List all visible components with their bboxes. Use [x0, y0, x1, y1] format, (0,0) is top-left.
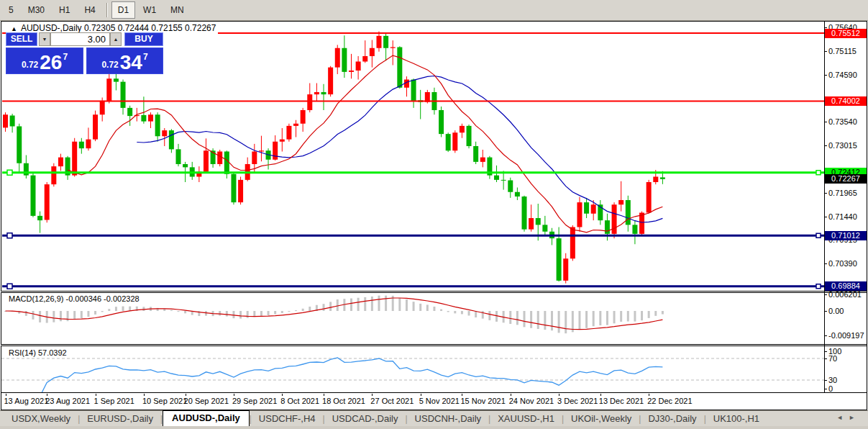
macd-histogram-bar — [268, 311, 270, 315]
buy-price-box[interactable]: 0.72347 — [86, 48, 163, 74]
macd-histogram-bar — [558, 311, 560, 333]
timeframe-button-w1[interactable]: W1 — [137, 1, 163, 19]
chart-tab-eurusd-daily[interactable]: EURUSD-,Daily — [80, 412, 160, 426]
candle-body — [439, 110, 444, 134]
level-marker-left[interactable] — [7, 284, 12, 289]
macd-histogram-bar — [419, 304, 421, 311]
level-marker-left[interactable] — [7, 233, 12, 238]
macd-histogram-bar — [426, 304, 429, 311]
candle-body — [17, 127, 22, 163]
candle-body — [626, 200, 631, 225]
chart-tab-dj30-daily[interactable]: DJ30-,Daily — [641, 412, 703, 426]
macd-histogram-bar — [398, 298, 401, 311]
price-tick-mark — [824, 217, 827, 217]
rsi-label: RSI(14) 57.0392 — [7, 348, 68, 357]
macd-histogram-bar — [537, 311, 539, 329]
candle-body — [238, 180, 243, 202]
level-marker-left[interactable] — [7, 170, 12, 175]
macd-histogram-bar — [129, 307, 131, 311]
buy-button[interactable]: BUY — [124, 32, 163, 46]
price-tick-label: 0.71965 — [828, 189, 857, 197]
chart-title-text: AUDUSD-,Daily 0.72305 0.72444 0.72155 0.… — [21, 23, 216, 33]
candle-body — [121, 82, 126, 108]
macd-histogram-bar — [662, 311, 664, 315]
volume-down-button[interactable]: ▼ — [39, 32, 50, 46]
macd-tick-label: -0.009197 — [828, 331, 864, 340]
collapse-icon[interactable]: ▲ — [11, 25, 17, 32]
macd-histogram-bar — [593, 311, 595, 326]
macd-histogram-bar — [302, 309, 304, 311]
sell-button[interactable]: SELL — [6, 32, 37, 46]
candle-body — [390, 48, 396, 48]
candle-body — [301, 110, 306, 124]
rsi-tick-mark — [824, 351, 827, 352]
candle-body — [397, 48, 402, 88]
candle-body — [653, 177, 658, 183]
candle-body — [176, 149, 181, 164]
macd-histogram-bar — [530, 311, 532, 328]
price-tick-mark — [824, 145, 827, 146]
date-tick-mark — [649, 394, 649, 396]
candle-body — [632, 225, 637, 234]
macd-histogram-bar — [73, 311, 76, 320]
macd-histogram-bar — [468, 311, 470, 315]
bottom-scrollbar[interactable] — [0, 426, 868, 429]
macd-histogram-bar — [350, 299, 352, 311]
chart-tab-xauusd-h1[interactable]: XAUUSD-,H1 — [490, 412, 562, 426]
date-tick-label: 29 Sep 2021 — [232, 397, 277, 405]
macd-histogram-bar — [516, 311, 518, 325]
candle-body — [127, 108, 132, 116]
macd-histogram-bar — [184, 311, 186, 313]
volume-up-button[interactable]: ▲ — [110, 32, 122, 46]
timeframe-button-m30[interactable]: M30 — [22, 1, 51, 19]
sell-price-box[interactable]: 0.72267 — [6, 48, 83, 74]
date-tick-label: 15 Nov 2021 — [460, 397, 505, 405]
macd-histogram-bar — [122, 307, 124, 311]
candle-body — [155, 114, 160, 136]
rsi-chart-canvas[interactable] — [1, 347, 824, 393]
date-tick-mark — [144, 394, 145, 396]
macd-histogram-bar — [25, 311, 27, 316]
macd-label: MACD(12,26,9) -0.000346 -0.002328 — [7, 294, 141, 303]
volume-down-icon: ▼ — [42, 37, 47, 42]
candle-body — [10, 116, 15, 127]
volume-input[interactable]: 3.00 — [50, 32, 110, 46]
level-marker-right[interactable] — [816, 284, 821, 289]
candle-body — [72, 142, 77, 176]
chart-tab-ukoil-weekly[interactable]: UKOil-,Weekly — [564, 412, 639, 426]
candle-body — [376, 36, 381, 48]
timeframe-button-5[interactable]: 5 — [2, 1, 20, 19]
price-tick-mark — [824, 122, 827, 122]
chart-tab-usdcad-daily[interactable]: USDCAD-,Daily — [325, 412, 406, 426]
macd-histogram-bar — [274, 311, 276, 315]
price-tick-mark — [824, 263, 827, 264]
candle-body — [591, 204, 596, 214]
timeframe-button-mn[interactable]: MN — [164, 1, 191, 19]
macd-histogram-bar — [337, 299, 339, 311]
macd-histogram-bar — [378, 296, 380, 311]
level-marker-right[interactable] — [816, 171, 821, 175]
candle-body — [335, 48, 340, 68]
tab-scroll-right-icon[interactable]: ► — [849, 414, 861, 421]
macd-histogram-bar — [371, 297, 373, 311]
timeframe-button-d1[interactable]: D1 — [111, 1, 135, 19]
candle-body — [557, 238, 562, 281]
chart-tab-uk100-h1[interactable]: UK100-,H1 — [706, 412, 767, 426]
macd-histogram-bar — [385, 296, 387, 311]
timeframe-button-h4[interactable]: H4 — [78, 1, 101, 19]
chart-tab-usdcnh-daily[interactable]: USDCNH-,Daily — [408, 412, 488, 426]
chart-tab-audusd-daily[interactable]: AUDUSD-,Daily — [163, 410, 250, 426]
chart-tab-usdx-weekly[interactable]: USDX,Weekly — [4, 412, 78, 426]
level-marker-right[interactable] — [816, 233, 821, 238]
panel-separator-macd[interactable] — [1, 291, 867, 293]
macd-histogram-bar — [309, 307, 311, 311]
panel-separator-rsi[interactable] — [1, 344, 867, 346]
rsi-tick-label: 0 — [828, 384, 833, 393]
candle-body — [51, 166, 56, 184]
macd-histogram-bar — [627, 311, 629, 322]
macd-histogram-bar — [634, 311, 636, 322]
timeframe-button-h1[interactable]: H1 — [52, 1, 76, 19]
candle-body — [321, 92, 326, 94]
chart-tab-usdchf-h4[interactable]: USDCHF-,H4 — [252, 412, 323, 426]
tab-scroll-left-icon[interactable]: ◄ — [836, 414, 849, 421]
